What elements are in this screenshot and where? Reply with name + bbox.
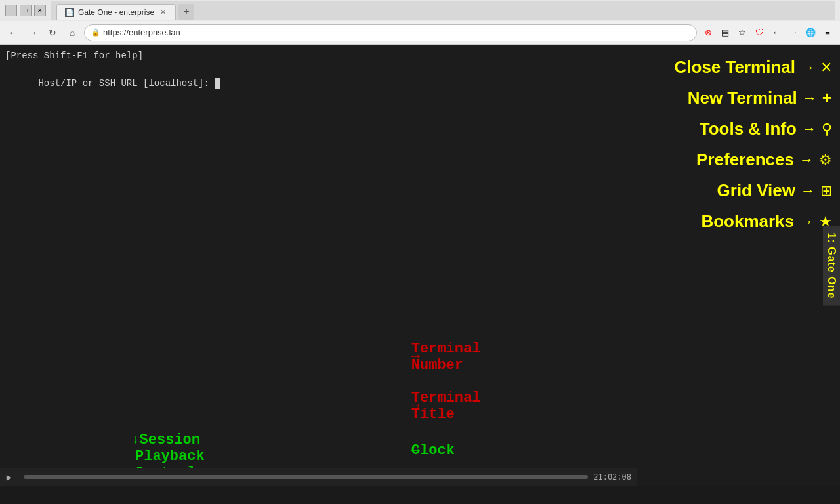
new-tab-button[interactable]: +: [178, 4, 194, 20]
stop-button[interactable]: ⊗: [701, 26, 715, 40]
terminal-title-text: Terminal Title: [411, 390, 481, 423]
close-terminal-icon: ✕: [820, 59, 832, 76]
clock-label: Clock: [411, 442, 455, 459]
menu-button[interactable]: ≡: [820, 26, 835, 40]
clock-display: 21:02:08: [593, 472, 637, 482]
close-terminal-label: Close Terminal: [675, 57, 795, 77]
preferences-icon: ⚙: [819, 152, 832, 169]
terminal-area: [Press Shift-F1 for help] Host/IP or SSH…: [0, 45, 840, 486]
play-button[interactable]: ▶: [0, 468, 18, 486]
tab-close-button[interactable]: ✕: [158, 8, 167, 17]
terminal-main[interactable]: [Press Shift-F1 for help] Host/IP or SSH…: [0, 45, 637, 486]
grid-view-menu-item[interactable]: Grid View → ⊞: [637, 175, 840, 206]
reader-button[interactable]: ▤: [718, 26, 732, 40]
new-terminal-icon: +: [822, 88, 832, 108]
reload-button[interactable]: ↻: [45, 25, 60, 41]
browser-tab[interactable]: 📄 Gate One - enterprise ✕: [56, 4, 176, 20]
progress-bar[interactable]: [24, 475, 588, 479]
preferences-label: Preferences: [696, 150, 794, 170]
terminal-line-1: [Press Shift-F1 for help]: [5, 49, 631, 63]
terminal-cursor: [215, 78, 220, 89]
secure-icon: 🔒: [91, 28, 100, 37]
close-terminal-arrow: →: [801, 59, 815, 76]
tools-info-icon: ⚲: [822, 121, 832, 138]
back-nav-button[interactable]: ←: [769, 26, 784, 40]
bookmarks-arrow: →: [799, 213, 814, 230]
tools-info-menu-item[interactable]: Tools & Info → ⚲: [637, 114, 840, 144]
sidebar-tab[interactable]: 1: Gate One: [823, 226, 840, 306]
maximize-button[interactable]: □: [20, 5, 32, 16]
terminal-title-annotation: Terminal Title →: [411, 398, 420, 414]
address-text: https://enterprise.lan: [103, 28, 690, 37]
browser-chrome: — □ ✕ 📄 Gate One - enterprise ✕ + ← → ↻ …: [0, 0, 840, 45]
back-button[interactable]: ←: [5, 25, 21, 41]
preferences-arrow: →: [799, 152, 814, 169]
clock-annotation: Clock →: [411, 442, 420, 459]
bottom-bar: ▶ 21:02:08: [0, 468, 637, 486]
forward-nav-button[interactable]: →: [786, 26, 801, 40]
globe-button[interactable]: 🌐: [803, 26, 818, 40]
bookmarks-menu-item[interactable]: Bookmarks → ★: [637, 206, 840, 237]
tab-title: Gate One - enterprise: [78, 8, 154, 17]
close-terminal-menu-item[interactable]: Close Terminal → ✕: [637, 52, 840, 83]
nav-actions: ⊗ ▤ ☆ 🛡 ← → 🌐 ≡: [701, 26, 835, 40]
right-panel: Close Terminal → ✕ New Terminal → + Tool…: [637, 45, 840, 486]
window-controls: — □ ✕: [5, 5, 46, 16]
bookmark-star[interactable]: ☆: [735, 26, 749, 40]
grid-view-label: Grid View: [717, 180, 795, 201]
addon-button[interactable]: 🛡: [752, 26, 766, 40]
nav-bar: ← → ↻ ⌂ 🔒 https://enterprise.lan ⊗ ▤ ☆ 🛡…: [0, 21, 840, 45]
terminal-number-annotation: Terminal Number →: [411, 348, 420, 365]
tab-favicon: 📄: [65, 8, 74, 17]
terminal-line-2: Host/IP or SSH URL [localhost]:: [5, 63, 631, 104]
new-terminal-menu-item[interactable]: New Terminal → +: [637, 83, 840, 114]
new-terminal-label: New Terminal: [688, 88, 797, 108]
forward-button[interactable]: →: [25, 25, 41, 41]
new-terminal-arrow: →: [803, 90, 817, 107]
grid-view-arrow: →: [801, 182, 815, 200]
close-window-button[interactable]: ✕: [34, 5, 46, 16]
address-bar[interactable]: 🔒 https://enterprise.lan: [84, 24, 697, 41]
preferences-menu-item[interactable]: Preferences → ⚙: [637, 144, 840, 175]
grid-view-icon: ⊞: [820, 182, 832, 200]
session-playback-label: Session Playback Controls ↓: [131, 432, 139, 447]
tools-info-label: Tools & Info: [700, 119, 797, 139]
home-button[interactable]: ⌂: [64, 25, 80, 41]
minimize-button[interactable]: —: [5, 5, 17, 16]
tools-info-arrow: →: [802, 121, 816, 138]
tab-bar: 📄 Gate One - enterprise ✕ +: [51, 1, 835, 20]
bookmarks-label: Bookmarks: [701, 211, 794, 232]
terminal-number-text: Terminal Number: [411, 341, 481, 373]
title-bar: — □ ✕ 📄 Gate One - enterprise ✕ +: [0, 0, 840, 21]
